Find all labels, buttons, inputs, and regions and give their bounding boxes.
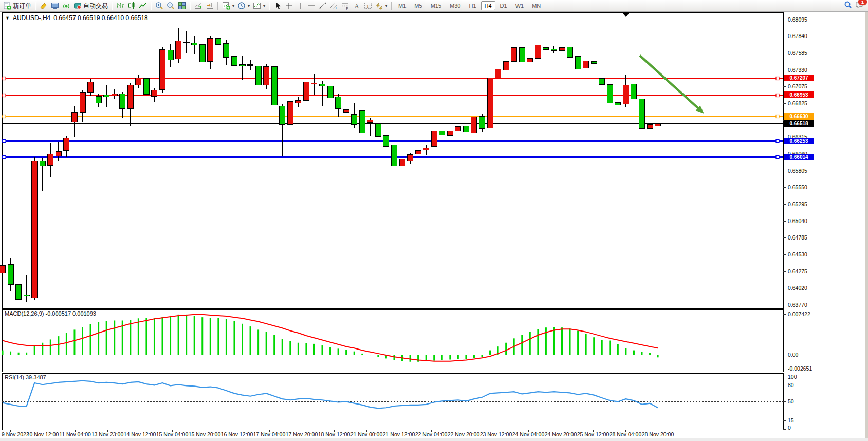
svg-text:0.66518: 0.66518 bbox=[789, 121, 808, 126]
line-handle[interactable] bbox=[776, 140, 779, 143]
timeframe-w1[interactable]: W1 bbox=[512, 1, 528, 10]
timeframe-h4[interactable]: H4 bbox=[481, 1, 495, 10]
price-tick-label: 0.65550 bbox=[788, 184, 807, 190]
new-order-button[interactable]: 新订单 bbox=[2, 0, 33, 11]
timeframe-m30[interactable]: M30 bbox=[446, 1, 464, 10]
marker-button[interactable] bbox=[38, 0, 49, 11]
macd-histogram-bar bbox=[98, 322, 99, 355]
timeframe-m15[interactable]: M15 bbox=[427, 1, 445, 10]
new-chart-button[interactable]: ▾ bbox=[220, 0, 236, 11]
channel-icon: E bbox=[330, 2, 338, 10]
time-tick-label: 15 Nov 20:00 bbox=[189, 431, 221, 437]
text-label-button[interactable]: T bbox=[362, 0, 374, 11]
svg-text:0.66253: 0.66253 bbox=[789, 138, 808, 144]
chat-button[interactable]: 1 bbox=[855, 1, 863, 11]
macd-histogram-bar bbox=[289, 341, 291, 355]
crosshair-button[interactable] bbox=[283, 0, 294, 11]
macd-histogram-bar bbox=[313, 344, 315, 355]
chart-canvas[interactable]: 0.680950.678400.675850.673300.670750.668… bbox=[0, 0, 868, 441]
search-button[interactable] bbox=[844, 1, 852, 11]
channel-button[interactable]: E bbox=[328, 0, 340, 11]
macd-panel[interactable] bbox=[2, 309, 783, 372]
vline-button[interactable] bbox=[294, 0, 306, 11]
indicators-button[interactable]: ▾ bbox=[251, 0, 267, 11]
line-handle[interactable] bbox=[776, 115, 779, 118]
line-chart-button[interactable] bbox=[137, 0, 149, 11]
time-tick-label: 24 Nov 20:00 bbox=[545, 431, 577, 437]
line-handle[interactable] bbox=[776, 94, 779, 97]
line-handle[interactable] bbox=[3, 140, 6, 143]
rsi-axis-label: 100 bbox=[788, 374, 797, 380]
chevron-down-icon[interactable]: ▾ bbox=[248, 4, 250, 8]
clock-button[interactable]: ▾ bbox=[236, 0, 251, 11]
tile-windows-icon bbox=[178, 2, 186, 10]
zoom-out-button[interactable] bbox=[165, 0, 176, 11]
timeframe-m5[interactable]: M5 bbox=[411, 1, 426, 10]
macd-histogram-bar bbox=[585, 334, 587, 355]
chevron-down-icon[interactable]: ▾ bbox=[232, 4, 234, 8]
arrows-tool-button[interactable]: ▾ bbox=[374, 0, 389, 11]
macd-histogram-bar bbox=[114, 320, 115, 355]
zoom-in-button[interactable] bbox=[154, 0, 165, 11]
price-tick-label: 0.63770 bbox=[788, 302, 807, 308]
macd-histogram-bar bbox=[273, 335, 275, 355]
autotrading-button[interactable]: 自动交易 bbox=[72, 0, 109, 11]
line-handle[interactable] bbox=[3, 77, 6, 80]
line-handle[interactable] bbox=[776, 156, 779, 159]
line-handle[interactable] bbox=[3, 115, 6, 118]
trendline-button[interactable] bbox=[317, 0, 328, 11]
price-tick-label: 0.64275 bbox=[788, 268, 807, 274]
toolbar-separator bbox=[35, 2, 36, 10]
auto-scroll-button[interactable] bbox=[193, 0, 204, 11]
terminal-button[interactable] bbox=[49, 0, 61, 11]
trendline-icon bbox=[319, 2, 327, 10]
line-handle[interactable] bbox=[3, 156, 6, 159]
candle-chart-button[interactable] bbox=[126, 0, 137, 11]
macd-histogram-bar bbox=[537, 329, 539, 355]
line-handle[interactable] bbox=[776, 77, 779, 80]
timeframe-m1[interactable]: M1 bbox=[395, 1, 410, 10]
macd-histogram-bar bbox=[457, 355, 459, 359]
candle bbox=[287, 99, 293, 129]
time-tick-label: 28 Nov 04:00 bbox=[610, 431, 642, 437]
vline-icon bbox=[296, 2, 304, 10]
main-toolbar: 新订单自动交易▾▾▾EFAT▾M1M5M15M30H1H4D1W1MN1 bbox=[0, 0, 868, 12]
timeframe-d1[interactable]: D1 bbox=[496, 1, 511, 10]
macd-histogram-bar bbox=[577, 331, 579, 355]
tile-windows-button[interactable] bbox=[176, 0, 188, 11]
timeframe-mn[interactable]: MN bbox=[528, 1, 544, 10]
cursor-button[interactable] bbox=[272, 0, 283, 11]
macd-histogram-bar bbox=[82, 327, 83, 355]
macd-indicator-label: MACD(12,26,9) -0.000517 0.001093 bbox=[5, 310, 96, 317]
svg-text:0.66953: 0.66953 bbox=[789, 92, 808, 98]
macd-histogram-bar bbox=[201, 317, 203, 355]
macd-histogram-bar bbox=[170, 316, 171, 355]
macd-histogram-bar bbox=[473, 355, 475, 358]
symbol-dropdown-icon[interactable]: ▼ bbox=[5, 15, 10, 21]
price-tag-0.66253: 0.66253 bbox=[784, 138, 814, 144]
signals-button[interactable] bbox=[61, 0, 72, 11]
bar-chart-button[interactable] bbox=[115, 0, 126, 11]
macd-histogram-bar bbox=[641, 352, 643, 355]
clock-icon bbox=[237, 2, 246, 10]
text-a-button[interactable]: A bbox=[351, 0, 362, 11]
line-handle[interactable] bbox=[3, 94, 6, 97]
chevron-down-icon[interactable]: ▾ bbox=[263, 4, 265, 8]
fibonacci-button[interactable]: F bbox=[340, 0, 351, 11]
candle bbox=[359, 109, 365, 136]
chevron-down-icon[interactable]: ▾ bbox=[385, 4, 387, 8]
chart-shift-button[interactable] bbox=[204, 0, 215, 11]
bar-chart-icon bbox=[116, 2, 124, 10]
text-a-icon: A bbox=[353, 2, 361, 10]
rsi-axis-label: 0 bbox=[788, 425, 791, 431]
macd-histogram-bar bbox=[322, 345, 323, 355]
time-tick-label: 11 Nov 04:00 bbox=[59, 431, 91, 437]
svg-text:0.67207: 0.67207 bbox=[789, 75, 808, 81]
macd-histogram-bar bbox=[625, 348, 626, 355]
price-tick-label: 0.67840 bbox=[788, 33, 807, 39]
timeframe-h1[interactable]: H1 bbox=[465, 1, 479, 10]
hline-button[interactable] bbox=[306, 0, 317, 11]
macd-histogram-bar bbox=[42, 343, 43, 355]
price-tick-label: 0.65040 bbox=[788, 218, 807, 224]
macd-current-values: -0.000517 0.001093 bbox=[45, 310, 96, 317]
